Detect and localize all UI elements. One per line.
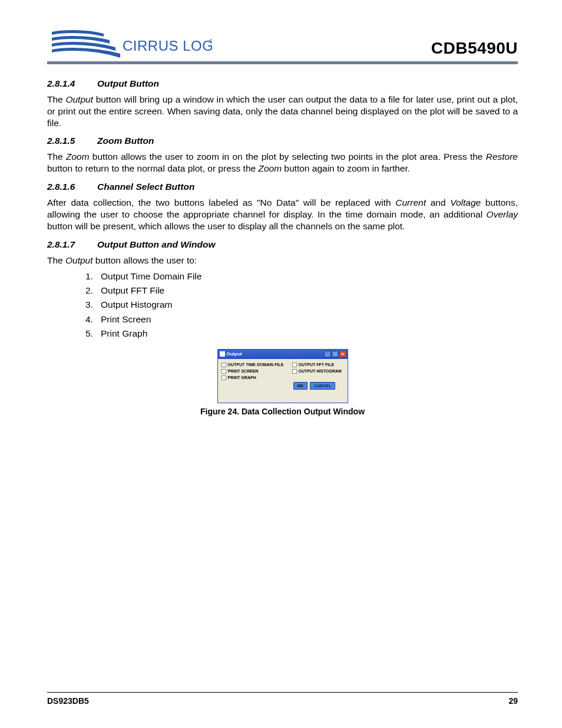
list-item: 4.Print Screen — [85, 312, 518, 327]
maximize-icon[interactable]: □ — [332, 351, 339, 357]
footer-rule — [47, 692, 518, 693]
brand-logo: CIRRUS LOGIC ® — [47, 24, 212, 58]
list-item: 2.Output FFT File — [85, 284, 518, 298]
list-item: 1.Output Time Domain File — [85, 269, 518, 284]
checkbox-label: OUTPUT FFT FILE — [299, 363, 335, 367]
checkbox-label: PRINT SCREEN — [228, 369, 259, 373]
checkbox-print-graph[interactable] — [222, 375, 226, 380]
section-title: Channel Select Button — [97, 182, 194, 192]
checkbox-output-fft[interactable] — [292, 363, 297, 367]
ordered-list: 1.Output Time Domain File 2.Output FFT F… — [85, 269, 518, 340]
section-heading: 2.8.1.4 Output Button — [47, 78, 518, 89]
svg-text:CIRRUS LOGIC: CIRRUS LOGIC — [123, 38, 212, 54]
document-title: CDB5490U — [431, 39, 518, 58]
checkbox-print-screen[interactable] — [222, 369, 226, 374]
section-number: 2.8.1.7 — [47, 239, 97, 250]
section-number: 2.8.1.4 — [47, 78, 97, 89]
list-item: 3.Output Histogram — [85, 298, 518, 312]
section-title: Output Button — [97, 78, 159, 89]
paragraph: After data collection, the two buttons l… — [47, 197, 518, 232]
paragraph: The Zoom button allows the user to zoom … — [47, 151, 518, 174]
header-rule — [47, 61, 518, 64]
app-icon — [220, 351, 225, 357]
window-titlebar[interactable]: Output _ □ × — [218, 350, 348, 359]
section-number: 2.8.1.6 — [47, 182, 97, 192]
footer-doc-id: DS923DB5 — [47, 696, 89, 706]
paragraph: The Output button allows the user to: — [47, 255, 518, 266]
window-title: Output — [227, 351, 242, 357]
page-number: 29 — [508, 696, 518, 706]
cancel-button[interactable]: CANCEL — [310, 382, 335, 390]
svg-text:®: ® — [209, 38, 212, 44]
section-heading: 2.8.1.6 Channel Select Button — [47, 182, 518, 192]
section-heading: 2.8.1.5 Zoom Button — [47, 136, 518, 146]
checkbox-label: OUTPUT HISTOGRAM — [299, 369, 342, 373]
checkbox-label: PRINT GRAPH — [228, 375, 256, 380]
output-window: Output _ □ × OUTPUT TIME DOMAIN FILE OUT… — [217, 349, 348, 403]
checkbox-output-histogram[interactable] — [292, 369, 297, 374]
section-heading: 2.8.1.7 Output Button and Window — [47, 239, 518, 250]
checkbox-label: OUTPUT TIME DOMAIN FILE — [228, 363, 284, 367]
figure-caption: Figure 24. Data Collection Output Window — [47, 407, 518, 416]
checkbox-output-time-domain[interactable] — [222, 363, 226, 367]
minimize-icon[interactable]: _ — [324, 351, 331, 357]
list-item: 5.Print Graph — [85, 327, 518, 341]
section-title: Zoom Button — [97, 136, 154, 146]
close-icon[interactable]: × — [339, 351, 346, 357]
section-number: 2.8.1.5 — [47, 136, 97, 146]
ok-button[interactable]: OK — [293, 382, 308, 390]
paragraph: The Output button will bring up a window… — [47, 94, 518, 129]
section-title: Output Button and Window — [97, 239, 215, 250]
